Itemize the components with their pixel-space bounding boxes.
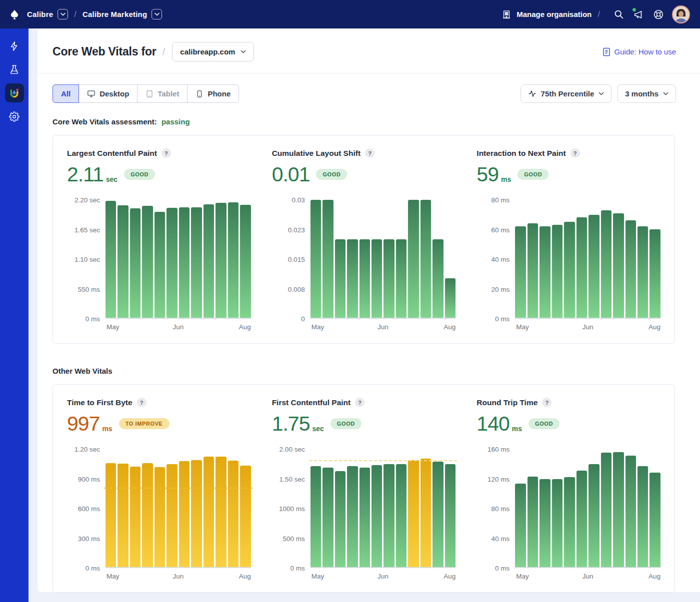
- chart-bar: [228, 461, 238, 567]
- y-axis-label: 900 ms: [78, 475, 100, 483]
- chart-bar: [322, 468, 333, 567]
- chart-bar: [384, 464, 394, 567]
- team-name[interactable]: Calibre Marketing: [82, 10, 147, 18]
- tab-phone[interactable]: Phone: [187, 84, 239, 103]
- metric-unit: ms: [501, 175, 511, 187]
- chart-cumulative-layout-shift: Cumulative Layout Shift?0.01GOOD0.030.02…: [272, 148, 456, 333]
- y-axis-label: 0.015: [288, 256, 305, 263]
- breadcrumb-separator: /: [74, 9, 76, 19]
- chart-header: Largest Contentful Paint?: [67, 148, 251, 158]
- help-icon[interactable]: ?: [355, 398, 364, 407]
- chart-bar: [347, 239, 358, 318]
- metric-unit: sec: [312, 425, 324, 436]
- site-selector-dropdown[interactable]: calibreapp.com: [172, 42, 254, 61]
- chart-bar: [240, 205, 250, 318]
- guide-link[interactable]: Guide: How to use: [602, 47, 676, 56]
- percentile-dropdown[interactable]: 75th Percentile: [520, 84, 612, 103]
- chart-bar: [588, 464, 599, 568]
- y-axis-label: 160 ms: [488, 446, 510, 453]
- help-icon[interactable]: ?: [570, 148, 580, 158]
- chart-bar: [322, 200, 333, 318]
- chart-bar: [638, 226, 648, 318]
- chevron-down-icon: [663, 92, 668, 95]
- y-axis-label: 40 ms: [492, 535, 510, 542]
- manage-organisation-button[interactable]: Manage organisation: [502, 9, 592, 19]
- tab-desktop[interactable]: Desktop: [78, 84, 138, 103]
- page-title: Core Web Vitals for: [52, 45, 156, 58]
- x-axis-label: May: [106, 323, 120, 331]
- x-axis: MayJunAug: [515, 573, 660, 583]
- chart-bar: [335, 239, 346, 318]
- chevron-down-icon: [598, 92, 604, 95]
- chart-bar: [601, 210, 612, 318]
- chart-plot: 0.030.0230.0150.0080MayJunAug: [272, 200, 456, 333]
- lifebuoy-icon: [653, 9, 664, 20]
- tab-tablet[interactable]: Tablet: [137, 84, 188, 103]
- chart-bar: [347, 466, 358, 567]
- help-icon[interactable]: ?: [365, 148, 374, 158]
- chart-bar: [154, 212, 165, 318]
- percentile-value: 75th Percentile: [541, 89, 594, 98]
- metric-row: 0.01GOOD: [272, 162, 456, 187]
- phone-icon: [196, 90, 204, 98]
- help-icon[interactable]: ?: [542, 398, 552, 407]
- chart-header: Round Trip Time?: [476, 398, 660, 407]
- other-web-vitals-card: Time to First Byte?997msTO IMPROVE1.20 s…: [52, 384, 675, 593]
- top-navigation-bar: Calibre / Calibre Marketing Manage organ…: [0, 0, 700, 28]
- chart-plot: 2.00 sec1.50 sec1000 ms500 ms0 msMayJunA…: [272, 449, 456, 583]
- help-icon[interactable]: ?: [137, 398, 146, 407]
- announcements-button[interactable]: [631, 7, 646, 22]
- y-axis: 0.030.0230.0150.0080: [272, 200, 305, 319]
- threshold-line: [309, 460, 458, 461]
- help-button[interactable]: [651, 7, 666, 22]
- chart-bar: [515, 484, 526, 567]
- calibre-logo-icon: [9, 8, 20, 20]
- page-header: Core Web Vitals for / calibreapp.com Gui…: [38, 28, 700, 73]
- tab-all-label: All: [61, 89, 70, 98]
- search-button[interactable]: [611, 7, 626, 22]
- chart-bar: [154, 467, 165, 567]
- help-icon[interactable]: ?: [162, 148, 171, 158]
- sidebar-item-settings[interactable]: [5, 107, 24, 126]
- chart-bar: [650, 229, 660, 318]
- chart-bar: [432, 462, 443, 567]
- metric-row: 1.75secGOOD: [272, 411, 456, 436]
- chart-bar: [528, 223, 538, 318]
- period-value: 3 months: [625, 89, 658, 98]
- tab-phone-label: Phone: [208, 89, 230, 98]
- chart-title: Round Trip Time: [476, 398, 538, 407]
- period-dropdown[interactable]: 3 months: [618, 84, 676, 103]
- org-switcher-button[interactable]: [58, 9, 68, 19]
- topbar-actions: Manage organisation /: [502, 5, 690, 23]
- tab-all-devices[interactable]: All: [52, 84, 79, 103]
- assessment-status: passing: [162, 117, 190, 126]
- status-badge: GOOD: [528, 418, 560, 429]
- sidebar-item-speed[interactable]: [5, 36, 24, 55]
- chart-interaction-to-next-paint: Interaction to Next Paint?59msGOOD80 ms6…: [476, 148, 660, 333]
- manage-organisation-label: Manage organisation: [516, 10, 592, 18]
- sidebar-item-core-web-vitals[interactable]: [5, 83, 24, 102]
- tab-tablet-label: Tablet: [158, 89, 179, 98]
- user-avatar[interactable]: [672, 5, 690, 23]
- chart-plot: 2.20 sec1.65 sec1.10 sec550 ms0 msMayJun…: [67, 200, 251, 333]
- chart-bar: [613, 452, 624, 567]
- title-separator: /: [162, 46, 166, 58]
- sidebar-item-tests[interactable]: [5, 60, 24, 79]
- y-axis: 80 ms60 ms40 ms20 ms0 ms: [476, 200, 510, 319]
- chart-bar: [360, 468, 370, 567]
- chart-plot: 160 ms120 ms80 ms40 ms0 msMayJunAug: [476, 449, 660, 583]
- org-name[interactable]: Calibre: [27, 10, 53, 18]
- chart-bar: [204, 457, 214, 567]
- web-vitals-icon: [8, 87, 20, 99]
- chart-bar: [540, 226, 550, 318]
- filter-toolbar: All Desktop Tablet Phone: [38, 73, 700, 103]
- y-axis: 1.20 sec900 ms600 ms300 ms0 ms: [67, 449, 100, 568]
- chart-bar: [420, 200, 431, 318]
- y-axis-label: 0 ms: [495, 315, 510, 323]
- y-axis: 2.20 sec1.65 sec1.10 sec550 ms0 ms: [67, 200, 100, 319]
- team-switcher-button[interactable]: [152, 9, 162, 19]
- chart-plot: 1.20 sec900 ms600 ms300 ms0 msMayJunAug: [67, 449, 251, 583]
- bars-area: [106, 200, 251, 319]
- y-axis-label: 300 ms: [78, 535, 100, 542]
- chart-bar: [166, 464, 177, 567]
